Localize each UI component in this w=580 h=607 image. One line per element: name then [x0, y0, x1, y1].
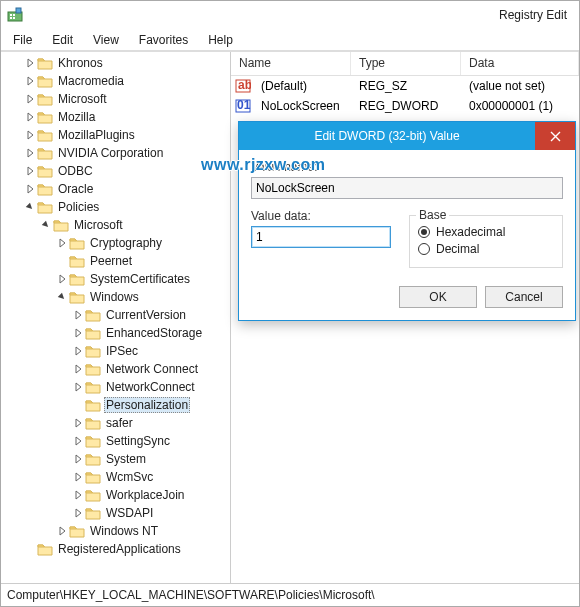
expander-icon[interactable] — [23, 200, 37, 214]
folder-icon — [69, 236, 85, 250]
expander-icon[interactable] — [23, 128, 37, 142]
tree-node[interactable]: SystemCertificates — [1, 270, 230, 288]
tree-node-label: Windows NT — [88, 524, 160, 538]
value-name-input[interactable] — [251, 177, 563, 199]
svg-text:011: 011 — [237, 98, 251, 112]
base-group: Base Hexadecimal Decimal — [409, 215, 563, 268]
expander-icon[interactable] — [71, 308, 85, 322]
col-type[interactable]: Type — [351, 52, 461, 75]
tree-node[interactable]: ODBC — [1, 162, 230, 180]
expander-icon[interactable] — [55, 524, 69, 538]
tree-node[interactable]: Windows — [1, 288, 230, 306]
expander-icon[interactable] — [55, 236, 69, 250]
tree-node-label: ODBC — [56, 164, 95, 178]
menu-view[interactable]: View — [83, 31, 129, 49]
tree-node[interactable]: Oracle — [1, 180, 230, 198]
tree-node[interactable]: safer — [1, 414, 230, 432]
expander-icon[interactable] — [23, 110, 37, 124]
tree-node[interactable]: CurrentVersion — [1, 306, 230, 324]
menu-file[interactable]: File — [3, 31, 42, 49]
expander-icon[interactable] — [71, 452, 85, 466]
folder-icon — [85, 362, 101, 376]
expander-icon[interactable] — [71, 470, 85, 484]
expander-icon[interactable] — [71, 362, 85, 376]
tree-node-label: safer — [104, 416, 135, 430]
value-data-input[interactable] — [251, 226, 391, 248]
dialog-buttons: OK Cancel — [239, 276, 575, 320]
list-header: Name Type Data — [231, 52, 579, 76]
tree-node[interactable]: MozillaPlugins — [1, 126, 230, 144]
tree-node[interactable]: Khronos — [1, 54, 230, 72]
tree-node[interactable]: Windows NT — [1, 522, 230, 540]
expander-icon[interactable] — [71, 416, 85, 430]
tree-node[interactable]: WorkplaceJoin — [1, 486, 230, 504]
radio-hexadecimal[interactable]: Hexadecimal — [418, 225, 554, 239]
tree-node-label: WSDAPI — [104, 506, 155, 520]
tree-node[interactable]: WSDAPI — [1, 504, 230, 522]
tree-node[interactable]: EnhancedStorage — [1, 324, 230, 342]
tree-node-label: NetworkConnect — [104, 380, 197, 394]
menu-favorites[interactable]: Favorites — [129, 31, 198, 49]
folder-icon — [85, 452, 101, 466]
menu-help[interactable]: Help — [198, 31, 243, 49]
tree-node-label: Policies — [56, 200, 101, 214]
list-row[interactable]: ab(Default)REG_SZ(value not set) — [231, 76, 579, 96]
cell-data: 0x00000001 (1) — [461, 98, 561, 114]
tree-node[interactable]: Microsoft — [1, 216, 230, 234]
tree-node-label: Cryptography — [88, 236, 164, 250]
cancel-button[interactable]: Cancel — [485, 286, 563, 308]
expander-icon[interactable] — [71, 506, 85, 520]
tree-node[interactable]: RegisteredApplications — [1, 540, 230, 558]
expander-icon[interactable] — [23, 74, 37, 88]
tree-node-label: RegisteredApplications — [56, 542, 183, 556]
folder-icon — [37, 128, 53, 142]
tree-node[interactable]: Network Connect — [1, 360, 230, 378]
ok-button[interactable]: OK — [399, 286, 477, 308]
registry-tree[interactable]: KhronosMacromediaMicrosoftMozillaMozilla… — [1, 54, 230, 558]
expander-icon[interactable] — [71, 344, 85, 358]
tree-node[interactable]: Microsoft — [1, 90, 230, 108]
tree-node[interactable]: WcmSvc — [1, 468, 230, 486]
dialog-titlebar[interactable]: Edit DWORD (32-bit) Value — [239, 122, 575, 150]
expander-icon[interactable] — [23, 182, 37, 196]
tree-node[interactable]: Personalization — [1, 396, 230, 414]
tree-node[interactable]: SettingSync — [1, 432, 230, 450]
value-name-label: Value name: — [251, 160, 563, 174]
expander-icon[interactable] — [23, 56, 37, 70]
close-icon — [550, 131, 561, 142]
tree-node-label: WcmSvc — [104, 470, 155, 484]
folder-icon — [69, 272, 85, 286]
tree-node[interactable]: System — [1, 450, 230, 468]
col-data[interactable]: Data — [461, 52, 579, 75]
expander-icon[interactable] — [55, 272, 69, 286]
tree-node[interactable]: Macromedia — [1, 72, 230, 90]
tree-node-label: Network Connect — [104, 362, 200, 376]
svg-rect-2 — [13, 14, 15, 16]
expander-icon[interactable] — [39, 218, 53, 232]
expander-icon[interactable] — [55, 290, 69, 304]
tree-node[interactable]: NetworkConnect — [1, 378, 230, 396]
tree-node[interactable]: Policies — [1, 198, 230, 216]
expander-icon[interactable] — [23, 92, 37, 106]
tree-node[interactable]: Mozilla — [1, 108, 230, 126]
menubar: File Edit View Favorites Help — [1, 29, 579, 51]
expander-icon[interactable] — [71, 326, 85, 340]
expander-icon[interactable] — [23, 164, 37, 178]
tree-node[interactable]: Cryptography — [1, 234, 230, 252]
radio-hex-label: Hexadecimal — [436, 225, 505, 239]
tree-node-label: System — [104, 452, 148, 466]
expander-icon[interactable] — [23, 146, 37, 160]
menu-edit[interactable]: Edit — [42, 31, 83, 49]
col-name[interactable]: Name — [231, 52, 351, 75]
tree-node[interactable]: NVIDIA Corporation — [1, 144, 230, 162]
expander-icon[interactable] — [71, 488, 85, 502]
tree-node[interactable]: Peernet — [1, 252, 230, 270]
tree-node[interactable]: IPSec — [1, 342, 230, 360]
radio-decimal[interactable]: Decimal — [418, 242, 554, 256]
list-row[interactable]: 011NoLockScreenREG_DWORD0x00000001 (1) — [231, 96, 579, 116]
expander-icon[interactable] — [71, 380, 85, 394]
folder-icon — [85, 506, 101, 520]
close-button[interactable] — [535, 122, 575, 150]
expander-icon[interactable] — [71, 434, 85, 448]
folder-icon — [37, 146, 53, 160]
